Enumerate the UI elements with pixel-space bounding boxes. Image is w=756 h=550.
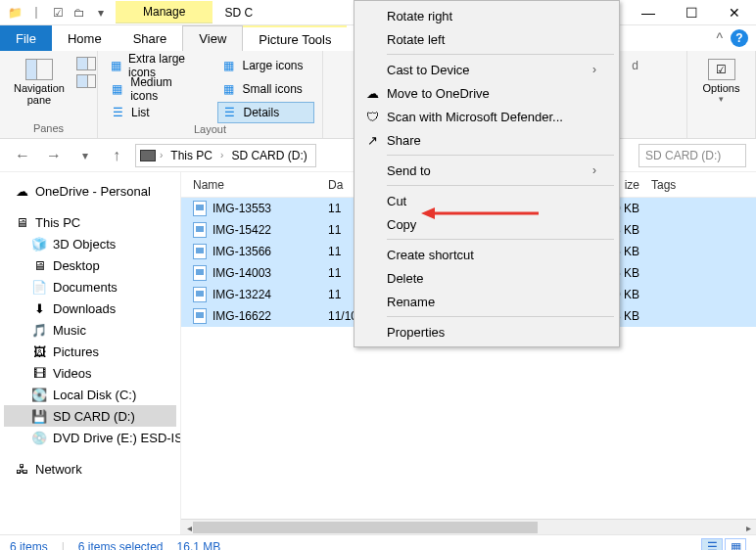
tab-file[interactable]: File <box>0 25 52 51</box>
tree-network[interactable]: 🖧Network <box>4 458 176 480</box>
grid-icon: ▦ <box>110 58 122 73</box>
layout-details[interactable]: ☰Details <box>217 102 315 123</box>
minimize-button[interactable]: — <box>627 0 670 25</box>
music-icon: 🎵 <box>31 322 47 338</box>
tree-pictures[interactable]: 🖼Pictures <box>4 341 176 362</box>
breadcrumb-this-pc[interactable]: This PC <box>166 149 216 162</box>
scroll-thumb[interactable] <box>193 522 538 533</box>
navigation-tree: ☁OneDrive - Personal 🖥This PC 🧊3D Object… <box>0 172 181 534</box>
context-menu: Rotate right Rotate left Cast to Device›… <box>354 0 620 347</box>
status-size: 16.1 MB <box>177 540 221 551</box>
back-button[interactable]: ← <box>10 143 35 168</box>
details-icon: ☰ <box>222 105 238 120</box>
disc-icon: 💿 <box>31 430 47 445</box>
quick-access-toolbar: 📁 ｜ ☑ 🗀 ▾ <box>0 4 116 22</box>
chevron-right-icon[interactable]: › <box>220 150 223 160</box>
tab-picture-tools[interactable]: Picture Tools <box>243 25 347 51</box>
cloud-icon: ☁ <box>14 183 29 199</box>
breadcrumb-sd-card[interactable]: SD CARD (D:) <box>227 149 310 162</box>
ctx-rename[interactable]: Rename <box>357 290 616 313</box>
details-pane-icon[interactable] <box>76 74 96 88</box>
cloud-icon: ☁ <box>363 84 381 102</box>
tree-documents[interactable]: 📄Documents <box>4 276 176 298</box>
options-button[interactable]: ☑ Options ▾ <box>695 55 747 108</box>
grid-icon: ▦ <box>221 58 237 73</box>
view-thumbnails-toggle[interactable]: ▦ <box>725 538 746 551</box>
folder-icon: 📁 <box>6 4 24 22</box>
ctx-copy[interactable]: Copy <box>357 212 616 236</box>
search-input[interactable]: SD CARD (D:) <box>638 144 746 167</box>
ctx-separator <box>387 316 614 317</box>
tree-videos[interactable]: 🎞Videos <box>4 362 176 384</box>
layout-large[interactable]: ▦Large icons <box>217 55 315 76</box>
image-file-icon <box>193 222 207 238</box>
preview-pane-icon[interactable] <box>76 57 96 70</box>
view-details-toggle[interactable]: ☰ <box>701 538 723 551</box>
col-tags[interactable]: Tags <box>651 178 730 192</box>
scroll-right-icon[interactable]: ▸ <box>740 520 756 535</box>
tree-desktop[interactable]: 🖥Desktop <box>4 254 176 276</box>
ctx-rotate-right[interactable]: Rotate right <box>357 4 616 27</box>
tree-dvd-drive[interactable]: 💿DVD Drive (E:) ESD-IS <box>4 427 176 448</box>
chevron-right-icon: › <box>592 63 596 76</box>
ctx-move-onedrive[interactable]: ☁Move to OneDrive <box>357 81 616 105</box>
ctx-cut[interactable]: Cut <box>357 189 616 212</box>
navigation-pane-button[interactable]: Navigation pane <box>8 55 71 110</box>
layout-extra-large[interactable]: ▦Extra large icons <box>106 55 204 76</box>
tree-music[interactable]: 🎵Music <box>4 319 176 341</box>
manage-context-tab[interactable]: Manage <box>116 1 213 23</box>
forward-button[interactable]: → <box>41 143 67 168</box>
chevron-right-icon[interactable]: › <box>160 150 163 160</box>
image-file-icon <box>193 287 207 302</box>
tree-this-pc[interactable]: 🖥This PC <box>4 211 176 233</box>
tree-local-disk[interactable]: 💽Local Disk (C:) <box>4 384 176 405</box>
window-controls: — ☐ ✕ <box>627 0 756 25</box>
ctx-delete[interactable]: Delete <box>357 266 616 290</box>
ribbon-collapse-icon[interactable]: ^ <box>716 30 723 46</box>
disk-icon: 💽 <box>31 387 47 402</box>
image-file-icon <box>193 201 207 216</box>
ctx-create-shortcut[interactable]: Create shortcut <box>357 243 616 266</box>
recent-locations-button[interactable]: ▾ <box>72 143 98 168</box>
download-icon: ⬇ <box>31 300 47 316</box>
navigation-pane-icon <box>25 59 53 80</box>
drive-icon: 💾 <box>31 408 47 424</box>
layout-medium[interactable]: ▦Medium icons <box>106 78 204 100</box>
maximize-button[interactable]: ☐ <box>670 0 713 25</box>
grid-icon: ▦ <box>110 81 124 97</box>
status-item-count: 6 items <box>10 540 48 551</box>
tree-sd-card[interactable]: 💾SD CARD (D:) <box>4 405 176 427</box>
address-bar[interactable]: › This PC › SD CARD (D:) <box>135 144 316 167</box>
col-name[interactable]: Name <box>181 178 328 192</box>
folder-small-icon: 🗀 <box>71 4 88 22</box>
close-button[interactable]: ✕ <box>713 0 756 25</box>
help-icon[interactable]: ? <box>731 29 748 47</box>
status-selected-count: 6 items selected <box>78 540 164 551</box>
tab-view[interactable]: View <box>182 25 243 51</box>
ctx-cast[interactable]: Cast to Device› <box>357 58 616 81</box>
group-label-layout: Layout <box>106 123 314 137</box>
tree-downloads[interactable]: ⬇Downloads <box>4 298 176 319</box>
qat-dropdown-icon[interactable]: ▾ <box>92 4 110 22</box>
layout-small[interactable]: ▦Small icons <box>217 78 315 100</box>
layout-list[interactable]: ☰List <box>106 102 204 123</box>
checkbox-icon[interactable]: ☑ <box>49 4 67 22</box>
ctx-send-to[interactable]: Send to› <box>357 159 616 182</box>
ctx-scan-defender[interactable]: 🛡Scan with Microsoft Defender... <box>357 105 616 128</box>
horizontal-scrollbar[interactable]: ◂ ▸ <box>181 519 756 534</box>
tab-share[interactable]: Share <box>118 25 183 51</box>
ribbon-group-options: ☑ Options ▾ <box>687 51 756 138</box>
ctx-rotate-left[interactable]: Rotate left <box>357 27 616 51</box>
drive-icon <box>140 150 156 161</box>
tree-onedrive[interactable]: ☁OneDrive - Personal <box>4 180 176 202</box>
image-file-icon <box>193 265 207 281</box>
tree-3d-objects[interactable]: 🧊3D Objects <box>4 233 176 254</box>
ctx-share[interactable]: ↗Share <box>357 128 616 152</box>
up-button[interactable]: ↑ <box>104 143 129 168</box>
document-icon: 📄 <box>31 279 47 295</box>
cube-icon: 🧊 <box>31 236 47 252</box>
chevron-right-icon: › <box>592 163 596 177</box>
tab-home[interactable]: Home <box>52 25 118 51</box>
qat-sep-icon: ｜ <box>27 4 45 22</box>
ctx-properties[interactable]: Properties <box>357 320 616 344</box>
